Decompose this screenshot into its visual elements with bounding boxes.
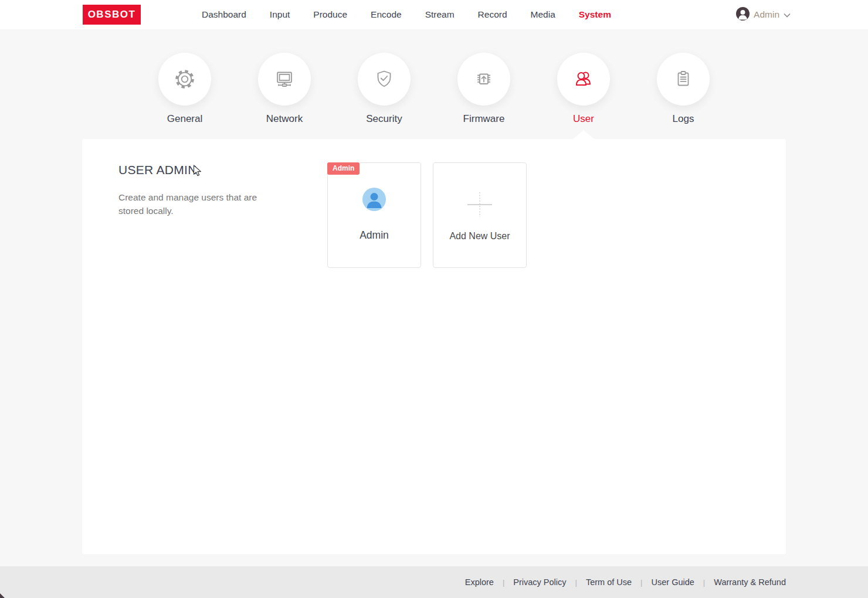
user-menu-name: Admin	[754, 9, 779, 20]
corner-widget-artifact	[0, 593, 5, 598]
tab-user-label: User	[557, 113, 610, 125]
nav-record[interactable]: Record	[478, 9, 507, 20]
obsbot-logo[interactable]: OBSBOT	[83, 5, 141, 25]
footer-separator: |	[640, 578, 642, 587]
tab-security[interactable]: Security	[358, 53, 411, 125]
tab-firmware[interactable]: Firmware	[457, 53, 510, 125]
add-new-user-label: Add New User	[449, 231, 510, 242]
nav-produce[interactable]: Produce	[313, 9, 347, 20]
chip-upload-icon	[457, 53, 510, 106]
footer-link-user-guide[interactable]: User Guide	[652, 577, 694, 587]
user-admin-panel: USER ADMIN Create and manage users that …	[82, 139, 786, 554]
users-icon	[557, 53, 610, 106]
nav-media[interactable]: Media	[531, 9, 555, 20]
tab-network[interactable]: Network	[258, 53, 311, 125]
add-new-user-button[interactable]: Add New User	[433, 162, 527, 268]
page-title: USER ADMIN	[118, 163, 197, 177]
admin-role-badge: Admin	[327, 162, 360, 175]
tab-general[interactable]: General	[158, 53, 211, 125]
nav-stream[interactable]: Stream	[425, 9, 455, 20]
footer: Explore | Privacy Policy | Term of Use |…	[0, 566, 868, 598]
plus-icon	[466, 191, 494, 221]
tab-network-label: Network	[258, 113, 311, 125]
nav-input[interactable]: Input	[270, 9, 290, 20]
top-navigation-bar: OBSBOT Dashboard Input Produce Encode St…	[0, 0, 868, 29]
header-avatar-icon	[736, 7, 750, 23]
user-card-admin[interactable]: Admin Admin	[327, 162, 421, 268]
footer-separator: |	[575, 578, 577, 587]
footer-link-warranty-refund[interactable]: Warranty & Refund	[714, 577, 786, 587]
user-menu[interactable]: Admin	[736, 0, 791, 29]
footer-link-term-of-use[interactable]: Term of Use	[586, 577, 632, 587]
page-description: Create and manage users that are stored …	[118, 191, 265, 218]
nav-dashboard[interactable]: Dashboard	[202, 9, 246, 20]
footer-separator: |	[503, 578, 504, 587]
clipboard-icon	[657, 53, 710, 106]
user-avatar-icon	[362, 188, 386, 213]
user-cards: Admin Admin Add New U	[327, 162, 527, 268]
tab-user[interactable]: User	[557, 53, 610, 125]
footer-link-explore[interactable]: Explore	[465, 577, 494, 587]
tab-logs[interactable]: Logs	[657, 53, 710, 125]
footer-link-privacy-policy[interactable]: Privacy Policy	[513, 577, 566, 587]
gear-icon	[158, 53, 211, 106]
tab-general-label: General	[158, 113, 211, 125]
mouse-cursor	[193, 165, 202, 179]
active-tab-pointer	[573, 130, 594, 139]
chevron-down-icon	[784, 9, 791, 20]
monitor-network-icon	[258, 53, 311, 106]
tab-logs-label: Logs	[657, 113, 710, 125]
tab-firmware-label: Firmware	[457, 113, 510, 125]
nav-system[interactable]: System	[579, 9, 611, 20]
tab-security-label: Security	[358, 113, 411, 125]
user-card-name: Admin	[360, 229, 389, 242]
main-nav: Dashboard Input Produce Encode Stream Re…	[202, 0, 611, 29]
footer-separator: |	[703, 578, 705, 587]
nav-encode[interactable]: Encode	[371, 9, 402, 20]
shield-check-icon	[358, 53, 411, 106]
system-tabs: General Network Security	[158, 53, 710, 125]
